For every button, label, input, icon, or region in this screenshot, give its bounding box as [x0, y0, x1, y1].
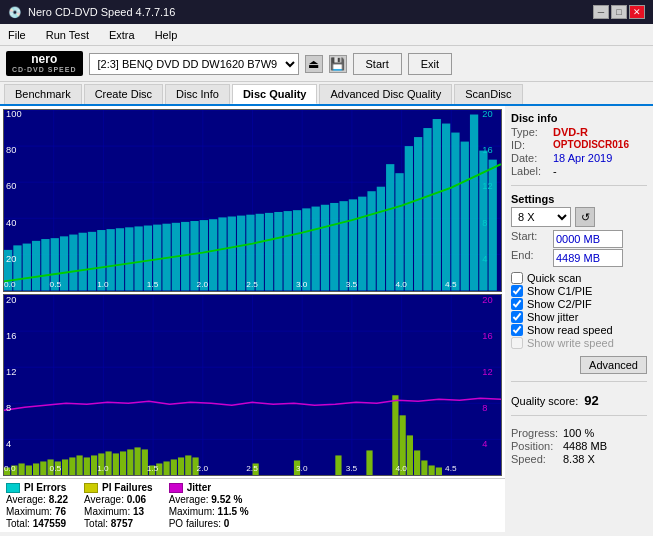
- menu-help[interactable]: Help: [151, 27, 182, 43]
- bottom-chart: 20 16 12 8 4 20 16 12 8 4 0.0 0.5 1.0 1.…: [3, 294, 502, 477]
- tab-disc-quality[interactable]: Disc Quality: [232, 84, 318, 104]
- divider-3: [511, 415, 647, 416]
- svg-text:100: 100: [6, 110, 22, 119]
- svg-text:1.5: 1.5: [147, 464, 159, 473]
- svg-text:3.0: 3.0: [296, 280, 307, 288]
- legend-pi-errors: PI Errors Average: 8.22 Maximum: 76 Tota…: [6, 482, 68, 529]
- quality-score-label: Quality score:: [511, 395, 578, 407]
- end-mb-input[interactable]: [553, 249, 623, 267]
- svg-rect-23: [60, 236, 68, 290]
- svg-rect-56: [367, 191, 375, 290]
- tab-benchmark[interactable]: Benchmark: [4, 84, 82, 104]
- pi-failures-max: Maximum: 13: [84, 506, 153, 517]
- disc-info-title: Disc info: [511, 112, 647, 124]
- quality-score-section: Quality score: 92: [511, 393, 647, 408]
- svg-rect-130: [171, 459, 177, 475]
- svg-rect-59: [395, 173, 403, 290]
- close-button[interactable]: ✕: [629, 5, 645, 19]
- quick-scan-checkbox[interactable]: [511, 272, 523, 284]
- speed-select[interactable]: 8 X: [511, 207, 571, 227]
- svg-rect-65: [451, 133, 459, 291]
- svg-rect-29: [116, 228, 124, 290]
- tab-disc-info[interactable]: Disc Info: [165, 84, 230, 104]
- svg-rect-55: [358, 197, 366, 291]
- svg-text:8: 8: [482, 218, 487, 227]
- divider-1: [511, 185, 647, 186]
- window-controls[interactable]: ─ □ ✕: [593, 5, 645, 19]
- svg-text:1.0: 1.0: [97, 464, 109, 473]
- jitter-po-failures: PO failures: 0: [169, 518, 249, 529]
- save-icon[interactable]: 💾: [329, 55, 347, 73]
- show-jitter-checkbox[interactable]: [511, 311, 523, 323]
- svg-text:0.0: 0.0: [4, 280, 15, 288]
- svg-rect-60: [405, 146, 413, 290]
- show-c1pie-row: Show C1/PIE: [511, 285, 647, 297]
- speed-label: Speed:: [511, 453, 559, 465]
- svg-text:1.5: 1.5: [147, 280, 158, 288]
- svg-rect-24: [69, 235, 77, 291]
- pi-failures-label: PI Failures: [102, 482, 153, 493]
- pi-failures-total: Total: 8757: [84, 518, 153, 529]
- svg-rect-45: [265, 213, 273, 291]
- show-read-speed-label: Show read speed: [527, 324, 613, 336]
- drive-select[interactable]: [2:3] BENQ DVD DD DW1620 B7W9: [89, 53, 299, 75]
- svg-rect-51: [321, 205, 329, 291]
- svg-rect-137: [366, 450, 372, 475]
- progress-label: Progress:: [511, 427, 559, 439]
- menu-run-test[interactable]: Run Test: [42, 27, 93, 43]
- svg-rect-44: [256, 214, 264, 291]
- eject-icon[interactable]: ⏏: [305, 55, 323, 73]
- quality-score-value: 92: [584, 393, 598, 408]
- svg-rect-20: [32, 241, 40, 291]
- show-c1pie-checkbox[interactable]: [511, 285, 523, 297]
- svg-text:3.0: 3.0: [296, 464, 308, 473]
- minimize-button[interactable]: ─: [593, 5, 609, 19]
- show-write-speed-checkbox[interactable]: [511, 337, 523, 349]
- pi-errors-max: Maximum: 76: [6, 506, 68, 517]
- maximize-button[interactable]: □: [611, 5, 627, 19]
- advanced-button[interactable]: Advanced: [580, 356, 647, 374]
- reset-icon[interactable]: ↺: [575, 207, 595, 227]
- end-mb-label: End:: [511, 249, 549, 267]
- tab-scan-disc[interactable]: ScanDisc: [454, 84, 522, 104]
- menu-file[interactable]: File: [4, 27, 30, 43]
- disc-id-row: ID: OPTODISCR016: [511, 139, 647, 151]
- svg-rect-64: [442, 124, 450, 291]
- svg-rect-140: [407, 435, 413, 475]
- pi-errors-color-box: [6, 483, 20, 493]
- svg-text:16: 16: [482, 331, 492, 341]
- svg-rect-50: [312, 207, 320, 291]
- divider-2: [511, 381, 647, 382]
- exit-button[interactable]: Exit: [408, 53, 452, 75]
- show-read-speed-checkbox[interactable]: [511, 324, 523, 336]
- position-value: 4488 MB: [563, 440, 607, 452]
- menu-extra[interactable]: Extra: [105, 27, 139, 43]
- svg-rect-123: [120, 451, 126, 475]
- tab-advanced-disc-quality[interactable]: Advanced Disc Quality: [319, 84, 452, 104]
- svg-rect-110: [26, 465, 32, 475]
- svg-text:2.5: 2.5: [246, 280, 257, 288]
- svg-rect-129: [163, 461, 169, 475]
- svg-rect-66: [461, 142, 469, 291]
- svg-rect-39: [209, 219, 217, 290]
- start-mb-row: Start:: [511, 230, 647, 248]
- show-c1pie-label: Show C1/PIE: [527, 285, 592, 297]
- show-c2pif-checkbox[interactable]: [511, 298, 523, 310]
- svg-rect-62: [423, 128, 431, 290]
- main-content: 100 80 60 40 20 20 16 12 8 4 0.0 0.5 1.0…: [0, 106, 653, 532]
- title-bar: 💿 Nero CD-DVD Speed 4.7.7.16 ─ □ ✕: [0, 0, 653, 24]
- svg-rect-57: [377, 187, 385, 291]
- tab-create-disc[interactable]: Create Disc: [84, 84, 163, 104]
- menu-bar: File Run Test Extra Help: [0, 24, 653, 46]
- svg-text:4.0: 4.0: [395, 464, 407, 473]
- pi-failures-color-box: [84, 483, 98, 493]
- top-chart: 100 80 60 40 20 20 16 12 8 4 0.0 0.5 1.0…: [3, 109, 502, 292]
- svg-text:8: 8: [6, 403, 11, 413]
- svg-rect-112: [40, 461, 46, 475]
- start-mb-input[interactable]: [553, 230, 623, 248]
- disc-label-row: Label: -: [511, 165, 647, 177]
- svg-text:16: 16: [6, 331, 16, 341]
- svg-rect-143: [429, 465, 435, 475]
- start-button[interactable]: Start: [353, 53, 402, 75]
- svg-rect-138: [392, 395, 398, 475]
